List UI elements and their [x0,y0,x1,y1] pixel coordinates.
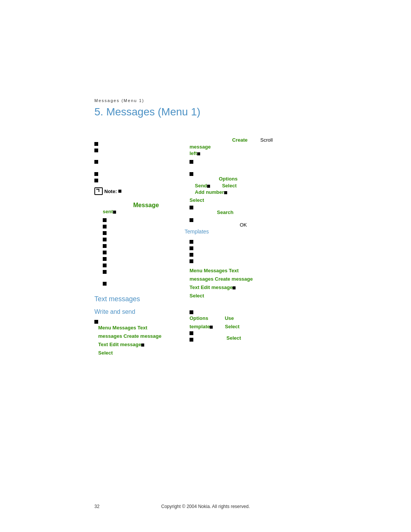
bullet-11 [103,249,107,256]
rc-messages2-label: messages [190,276,213,282]
bullet-9 [103,236,107,243]
rc-bullet-8 [190,257,193,264]
sent-block: sent [103,209,116,214]
note-block: Note: [94,187,121,195]
text2-label-left: Text [98,342,108,347]
rc-use-label: Use [225,315,234,321]
messages-label-left: Messages [113,325,136,331]
breadcrumb: Messages (Menu 1) [94,98,144,103]
bullet-5 [94,177,98,184]
message-left-block: message [190,144,234,150]
sent-sq [113,211,116,214]
sent-label: sent [103,209,113,214]
rc-template-label: template [190,324,210,329]
text-messages-heading: Text messages [94,295,140,303]
rc-bullet-11 [190,336,193,343]
bullet-15 [103,280,107,287]
bullet-1 [94,140,98,147]
rc-nav-block-1: Menu Messages Text messages Create messa… [190,267,253,300]
page-container: Messages (Menu 1) 5. Messages (Menu 1) N… [0,0,411,532]
rc-bullet-5 [190,238,193,245]
search-block: Search [217,209,233,215]
options-label: Options [219,176,237,182]
message-label: Message [133,202,159,209]
left-label: left [190,150,197,156]
rc-bullet-6 [190,244,193,251]
create-scroll-block: Create Scroll [232,137,273,143]
rc-options-use-block: Options Use template Select [190,314,239,331]
text-label-left: Text [137,325,147,331]
templates-block: Templates [185,228,209,235]
rc-messages-label: Messages [204,268,228,273]
rc-select-label-3: Select [190,293,204,299]
edit-message-label-left: Edit message [109,342,141,347]
select-label-rc-1: Select [222,183,236,189]
rc-edit-message-label: Edit message [201,284,233,290]
create-label: Create [232,137,247,143]
rc-bullet-3 [190,204,193,211]
ok-block: OK [240,222,247,228]
bullet-7 [103,223,107,230]
rc-menu-label: Menu [190,268,202,273]
rc-text-label-1: Text [229,268,239,273]
send-select-block: Send Select [195,183,237,189]
note-square [118,190,121,193]
ok-label: OK [240,222,247,228]
message-rc-label: message [190,144,211,150]
scroll-label: Scroll [260,137,273,143]
page-title: 5. Messages (Menu 1) [94,106,201,118]
rc-create-message-label: Create message [215,276,253,282]
add-number-block: Add number [195,189,227,195]
bullet-13 [103,262,107,268]
rc-bullet-2 [190,170,193,177]
bullet-2 [94,147,98,153]
search-label: Search [217,209,233,215]
create-message-label-left: Create message [124,333,162,339]
templates-label: Templates [185,228,209,235]
rc-select-final: Select [226,335,241,341]
rc-options2-label: Options [190,315,208,321]
rc-select-label-4: Select [225,324,239,329]
bullet-14 [103,268,107,275]
left-bottom-nav: Menu Messages Text messages Create messa… [98,324,161,357]
options-block: Options [219,176,237,182]
menu-label-left: Menu [98,325,111,331]
send-label: Send [195,183,207,189]
footer-copyright: Copyright © 2004 Nokia. All rights reser… [0,504,411,509]
select-block-2: Select [190,197,204,203]
rc-select-label-5: Select [226,335,241,341]
rc-bullet-10 [190,329,193,336]
bullet-12 [103,255,107,262]
left-sq-block: left [190,150,200,156]
bullet-6 [103,216,107,223]
select-label-rc-2: Select [190,197,204,203]
write-and-send-heading: Write and send [94,308,135,315]
bullet-4 [94,170,98,177]
add-number-label: Add number [195,189,224,195]
select-label-left: Select [98,350,113,356]
bullet-3 [94,158,98,165]
rc-bullet-1 [190,158,193,165]
bullet-10 [103,242,107,249]
note-label: Note: [104,189,117,194]
note-icon [94,187,103,195]
rc-bullet-4 [190,216,193,223]
messages2-label-left: messages [98,333,122,339]
rc-text-label-2: Text [190,284,199,290]
rc-bullet-7 [190,251,193,258]
bullet-8 [103,229,107,236]
bullet-16 [94,318,98,325]
